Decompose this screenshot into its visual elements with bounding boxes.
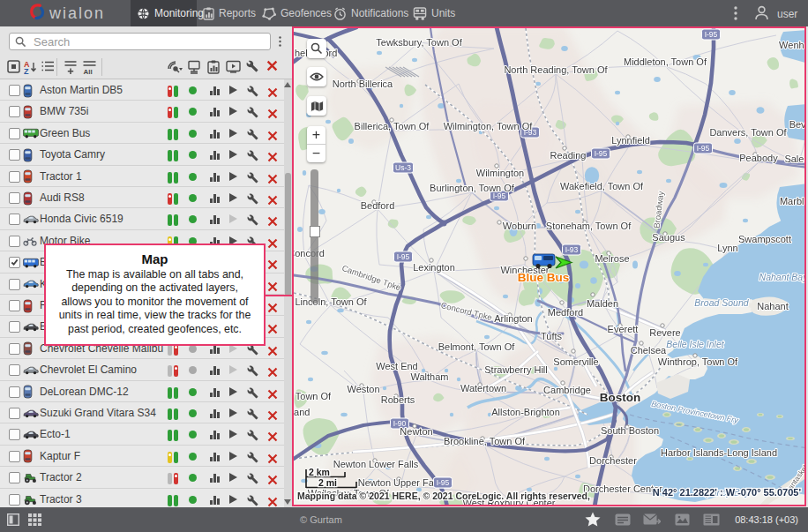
- svg-text:Tewksbury, Town Of: Tewksbury, Town Of: [376, 37, 462, 48]
- svg-text:Broad Sound: Broad Sound: [694, 297, 749, 308]
- svg-text:West End: West End: [376, 361, 418, 371]
- svg-text:Melrose: Melrose: [595, 253, 629, 264]
- svg-text:Revere: Revere: [649, 327, 680, 338]
- svg-text:Reading: Reading: [550, 150, 587, 161]
- svg-text:Mapping data © 2021 HERE, © 20: Mapping data © 2021 HERE, © 2021 CoreLog…: [297, 491, 590, 501]
- svg-text:Salem: Salem: [784, 154, 804, 164]
- svg-text:2 mi: 2 mi: [318, 477, 337, 488]
- svg-text:Newton Upper Falls: Newton Upper Falls: [358, 477, 444, 488]
- svg-text:land: land: [294, 407, 310, 417]
- svg-text:Concord: Concord: [294, 248, 325, 259]
- svg-text:Belle Isle Inlet: Belle Isle Inlet: [666, 339, 724, 349]
- svg-text:Newton: Newton: [400, 426, 432, 437]
- svg-text:Watertown: Watertown: [460, 383, 506, 393]
- svg-text:Dorchester: Dorchester: [589, 455, 637, 466]
- svg-text:Swampscott: Swampscott: [738, 234, 791, 244]
- svg-text:I-93: I-93: [565, 245, 579, 254]
- svg-text:I-95: I-95: [397, 252, 410, 261]
- svg-text:Belmont, Town Of: Belmont, Town Of: [438, 341, 516, 352]
- svg-text:I-95: I-95: [595, 149, 608, 158]
- svg-text:N 42° 21.2822' : W -070° 55.07: N 42° 21.2822' : W -070° 55.0705': [653, 487, 802, 498]
- svg-text:Weston: Weston: [347, 384, 379, 394]
- svg-text:Lynn: Lynn: [717, 243, 737, 253]
- svg-text:2 km: 2 km: [309, 467, 330, 477]
- svg-text:Malden: Malden: [587, 298, 618, 309]
- svg-text:Burlington, Town Of: Burlington, Town Of: [430, 183, 515, 193]
- svg-text:Allston-Brighton: Allston-Brighton: [491, 407, 560, 417]
- svg-text:Us-3: Us-3: [395, 163, 411, 172]
- svg-text:Strawberry Hill: Strawberry Hill: [484, 364, 548, 375]
- svg-text:Wakefield, Town Of: Wakefield, Town Of: [560, 181, 644, 191]
- svg-text:I-95: I-95: [705, 30, 718, 39]
- svg-text:All: All: [84, 68, 93, 75]
- svg-text:Bedford: Bedford: [361, 200, 395, 211]
- svg-text:Blue Bus: Blue Bus: [518, 271, 570, 284]
- svg-text:Everett: Everett: [608, 324, 639, 334]
- svg-text:Harbor Islands-Long Island: Harbor Islands-Long Island: [661, 447, 777, 458]
- svg-text:Saugus: Saugus: [652, 232, 685, 243]
- svg-text:South Boston: South Boston: [601, 425, 659, 436]
- svg-text:Middleton, Town Of: Middleton, Town Of: [624, 56, 707, 67]
- svg-text:Lexington: Lexington: [413, 262, 455, 273]
- svg-text:Chelsea: Chelsea: [631, 345, 667, 356]
- svg-text:Cambridge: Cambridge: [543, 385, 591, 395]
- svg-text:Arlington: Arlington: [494, 313, 532, 324]
- svg-text:Medford: Medford: [548, 307, 583, 318]
- svg-text:Nahant Bay: Nahant Bay: [759, 272, 804, 282]
- svg-text:Somerville: Somerville: [553, 356, 598, 367]
- svg-text:Boston: Boston: [600, 391, 641, 404]
- svg-text:Town Of: Town Of: [296, 391, 332, 401]
- svg-text:Wilmington, Town Of: Wilmington, Town Of: [444, 121, 534, 131]
- svg-text:Newton Lower Falls: Newton Lower Falls: [333, 459, 419, 469]
- svg-text:North Reading, Town Of: North Reading, Town Of: [504, 64, 608, 75]
- svg-text:Lincoln, Town Of: Lincoln, Town Of: [295, 296, 367, 307]
- svg-text:Marblehead: Marblehead: [780, 196, 804, 206]
- svg-text:Beverly: Beverly: [789, 119, 804, 130]
- svg-text:Wilmington: Wilmington: [476, 168, 524, 178]
- svg-text:Lynnfield: Lynnfield: [611, 135, 650, 146]
- svg-text:Z: Z: [24, 67, 29, 74]
- svg-text:Winthrop, Town Of: Winthrop, Town Of: [658, 356, 738, 367]
- svg-text:Wenham: Wenham: [779, 40, 804, 50]
- svg-text:Dorchester Center: Dorchester Center: [583, 483, 662, 494]
- svg-text:I-95: I-95: [697, 144, 710, 153]
- svg-text:Waltham: Waltham: [411, 371, 449, 382]
- svg-text:Danvers, Town Of: Danvers, Town Of: [709, 127, 787, 138]
- svg-text:Tufts: Tufts: [541, 331, 563, 341]
- svg-text:Peabody: Peabody: [739, 153, 778, 163]
- svg-text:Woburn: Woburn: [503, 221, 536, 231]
- svg-text:North Billerica: North Billerica: [333, 79, 393, 89]
- svg-text:Brookline, Town Of: Brookline, Town Of: [444, 436, 526, 446]
- svg-text:I-95: I-95: [437, 478, 450, 487]
- svg-text:Billerica, Town Of: Billerica, Town Of: [355, 121, 430, 131]
- svg-text:Stoneham, Town Of: Stoneham, Town Of: [546, 221, 632, 231]
- svg-text:Nahant: Nahant: [757, 301, 788, 311]
- svg-text:Roberts: Roberts: [381, 394, 415, 405]
